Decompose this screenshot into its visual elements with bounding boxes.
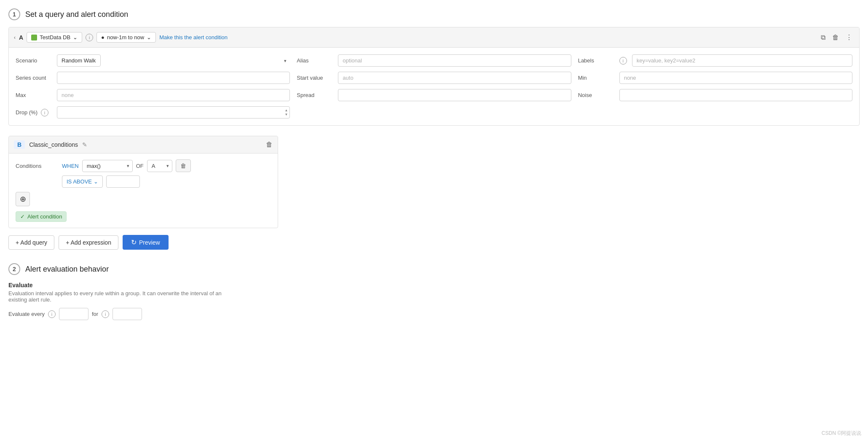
spread-field: Spread 1 [297,89,571,101]
labels-label: Labels [578,57,616,64]
section2-title: Alert evaluation behavior [25,265,109,274]
evaluate-row: Evaluate every i 1m for i 2m [8,308,860,320]
series-count-input[interactable]: 1 [57,72,290,84]
section1-number: 1 [8,8,20,20]
conditions-top-row: WHEN max() OF A 🗑 [62,159,191,172]
query-panel-a: ‹ A TestData DB ⌄ i ● now-1m to now ⌄ Ma… [8,27,860,126]
alert-badge-label: Alert condition [27,213,62,220]
evaluate-every-input[interactable]: 1m [59,308,88,320]
query-info-icon[interactable]: i [86,34,93,41]
evaluate-for-label: for [92,311,98,317]
alias-input[interactable] [338,54,571,67]
query-fields-grid: Scenario Random Walk Alias Labels i Seri… [16,54,852,119]
of-label: OF [136,163,144,169]
expression-body: Conditions WHEN max() OF A 🗑 [9,154,278,228]
section2-header: 2 Alert evaluation behavior [8,263,860,275]
min-field: Min [578,72,852,84]
conditions-row: Conditions WHEN max() OF A 🗑 [16,159,271,188]
drop-input[interactable]: 0 [57,106,290,119]
duplicate-query-button[interactable]: ⧉ [819,32,827,43]
preview-label: Preview [139,239,160,246]
delete-query-button[interactable]: 🗑 [830,32,841,43]
drop-decrement-button[interactable]: ▼ [283,113,289,117]
section2: 2 Alert evaluation behavior Evaluate Eva… [8,263,860,320]
section1-title: Set a query and alert condition [25,10,128,19]
scenario-label: Scenario [16,57,54,64]
noise-label: Noise [578,92,616,98]
max-input[interactable] [57,89,290,101]
comparator-selector[interactable]: IS ABOVE ⌄ [62,175,103,188]
threshold-input[interactable]: 10 [106,175,140,188]
min-input[interactable] [619,72,852,84]
query-header: ‹ A TestData DB ⌄ i ● now-1m to now ⌄ Ma… [9,27,859,48]
start-value-label: Start value [297,75,335,81]
add-condition-button[interactable]: ⊕ [16,192,30,206]
of-select[interactable]: A [147,160,172,172]
alias-label: Alias [297,57,335,64]
noise-input[interactable]: 0 [619,89,852,101]
add-query-button[interactable]: + Add query [8,235,54,250]
drop-label: Drop (%) i [16,109,54,116]
bottom-actions: + Add query + Add expression ↻ Preview [8,235,860,250]
time-range-selector[interactable]: ● now-1m to now ⌄ [96,32,156,43]
preview-button[interactable]: ↻ Preview [123,235,169,250]
scenario-field: Scenario Random Walk [16,54,290,67]
datasource-icon [31,35,37,40]
evaluate-description: Evaluation interval applies to every rul… [8,290,228,303]
spread-label: Spread [297,92,335,98]
query-body: Scenario Random Walk Alias Labels i Seri… [9,48,859,125]
func-select[interactable]: max() [82,160,133,172]
conditions-label: Conditions [16,159,58,169]
labels-input[interactable] [632,54,852,67]
when-label: WHEN [62,163,79,169]
expression-name: Classic_conditions [29,141,78,148]
max-label: Max [16,92,54,98]
evaluate-title: Evaluate [8,282,860,288]
drop-spinners: ▲ ▼ [283,108,289,117]
query-letter-a: A [19,34,23,41]
remove-condition-button[interactable]: 🗑 [176,159,191,172]
of-select-wrapper: A [147,160,172,172]
evaluate-every-info-icon[interactable]: i [48,310,56,318]
func-select-wrapper: max() [82,160,133,172]
expression-panel-b: B Classic_conditions ✎ 🗑 Conditions WHEN… [8,136,278,228]
labels-info-icon[interactable]: i [619,57,627,65]
clock-icon: ● [101,34,104,40]
expression-header-left: B Classic_conditions ✎ [14,140,87,149]
delete-expression-button[interactable]: 🗑 [266,141,273,148]
collapse-icon[interactable]: ‹ [14,35,16,40]
evaluate-for-info-icon[interactable]: i [102,310,109,318]
drop-field: Drop (%) i 0 ▲ ▼ [16,106,290,119]
comparator-value: IS ABOVE [67,178,92,185]
datasource-name: TestData DB [40,34,70,40]
max-field: Max [16,89,290,101]
labels-field: Labels i [578,54,852,67]
evaluate-for-input[interactable]: 2m [113,308,142,320]
datasource-chevron-icon: ⌄ [73,34,78,40]
spread-input[interactable]: 1 [338,89,571,101]
start-value-field: Start value [297,72,571,84]
time-range-chevron-icon: ⌄ [147,34,151,40]
start-value-input[interactable] [338,72,571,84]
make-alert-condition-link[interactable]: Make this the alert condition [159,34,228,40]
add-expression-button[interactable]: + Add expression [59,235,118,250]
query-header-right: ⧉ 🗑 ⋮ [819,32,854,43]
time-range-value: now-1m to now [107,34,144,40]
alias-field: Alias [297,54,571,67]
section2-number: 2 [8,263,20,275]
edit-expression-name-icon[interactable]: ✎ [82,141,87,148]
conditions-inputs: WHEN max() OF A 🗑 [62,159,191,188]
drop-increment-button[interactable]: ▲ [283,108,289,113]
datasource-selector[interactable]: TestData DB ⌄ [27,32,82,43]
query-header-left: ‹ A TestData DB ⌄ i ● now-1m to now ⌄ Ma… [14,32,816,43]
expression-header: B Classic_conditions ✎ 🗑 [9,136,278,154]
evaluate-every-label: Evaluate every [8,311,45,317]
alert-condition-badge: ✓ Alert condition [16,211,67,222]
refresh-icon: ↻ [131,238,137,246]
noise-field: Noise 0 [578,89,852,101]
more-options-button[interactable]: ⋮ [844,32,854,43]
comparator-chevron-icon: ⌄ [94,178,98,185]
series-count-label: Series count [16,75,54,81]
drop-info-icon[interactable]: i [41,109,48,116]
scenario-select[interactable]: Random Walk [57,54,101,67]
